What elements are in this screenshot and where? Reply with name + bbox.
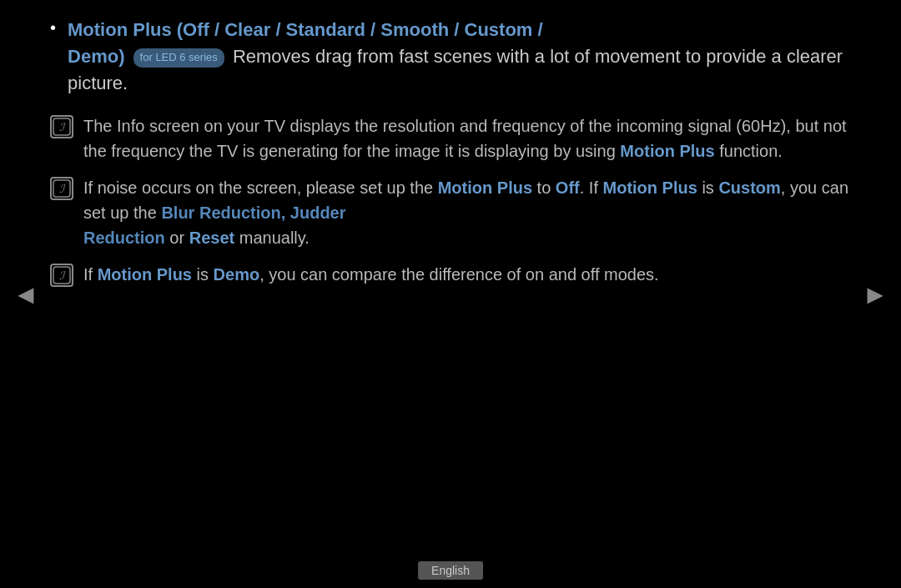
note2-icon-svg: ℐ	[53, 179, 71, 198]
standard-heading: Standard	[286, 19, 365, 40]
off-heading: Off	[183, 19, 209, 40]
note2-to: to	[532, 178, 556, 197]
note2-off: Off	[556, 178, 580, 197]
smooth-heading: Smooth	[380, 19, 449, 40]
note2-reset: Reset	[189, 229, 234, 247]
language-label: English	[418, 561, 483, 580]
note3-text: If Motion Plus is Demo, you can compare …	[83, 262, 659, 287]
clear-heading: Clear	[224, 19, 270, 40]
nav-arrow-left[interactable]: ◄	[13, 279, 39, 309]
bullet-point: •	[50, 18, 56, 38]
note1-text: The Info screen on your TV displays the …	[83, 113, 851, 163]
note2-icon: ℐ	[50, 177, 73, 200]
sep5: /	[532, 19, 542, 40]
note2-text: If noise occurs on the screen, please se…	[83, 175, 851, 250]
note2-is: is	[697, 178, 719, 197]
motion-plus-heading: Motion Plus (	[68, 19, 183, 40]
note2-prefix: If noise occurs on the screen, please se…	[83, 178, 438, 197]
svg-text:ℐ: ℐ	[59, 183, 66, 195]
note1-suffix: function.	[715, 142, 783, 160]
note2-motion-plus1: Motion Plus	[438, 178, 532, 197]
bullet-section: • Motion Plus (Off / Clear / Standard / …	[50, 17, 851, 97]
note1-section: ℐ The Info screen on your TV displays th…	[50, 113, 851, 163]
note2-manually: manually.	[234, 229, 310, 247]
custom-heading: Custom	[465, 19, 533, 40]
note2-custom: Custom	[718, 178, 780, 197]
led-badge: for LED 6 series	[133, 48, 224, 68]
sep1: /	[209, 19, 224, 40]
demo-heading: Demo)	[68, 46, 124, 67]
note2-section: ℐ If noise occurs on the screen, please …	[50, 175, 851, 250]
note1-icon: ℐ	[50, 115, 73, 138]
note3-section: ℐ If Motion Plus is Demo, you can compar…	[50, 262, 851, 287]
svg-text:ℐ: ℐ	[59, 269, 66, 282]
note3-is: is	[192, 265, 214, 284]
note3-suffix: , you can compare the difference of on a…	[259, 265, 658, 284]
note3-icon-svg: ℐ	[53, 266, 71, 284]
note-icon-svg: ℐ	[53, 118, 71, 136]
note1-motion-plus: Motion Plus	[620, 142, 714, 160]
note2-or: or	[165, 229, 189, 247]
main-content: • Motion Plus (Off / Clear / Standard / …	[50, 0, 851, 555]
sep2: /	[270, 19, 285, 40]
nav-arrow-right[interactable]: ►	[862, 279, 888, 309]
note2-motion-plus2: Motion Plus	[603, 178, 697, 197]
sep3: /	[365, 19, 380, 40]
note3-prefix: If	[83, 265, 98, 284]
note3-demo: Demo	[214, 265, 260, 284]
sep4: /	[449, 19, 464, 40]
svg-text:ℐ: ℐ	[59, 121, 66, 133]
bullet-text: Motion Plus (Off / Clear / Standard / Sm…	[68, 17, 851, 97]
note3-icon: ℐ	[50, 264, 73, 287]
note3-motion-plus: Motion Plus	[98, 265, 192, 284]
note2-if: . If	[580, 178, 603, 197]
